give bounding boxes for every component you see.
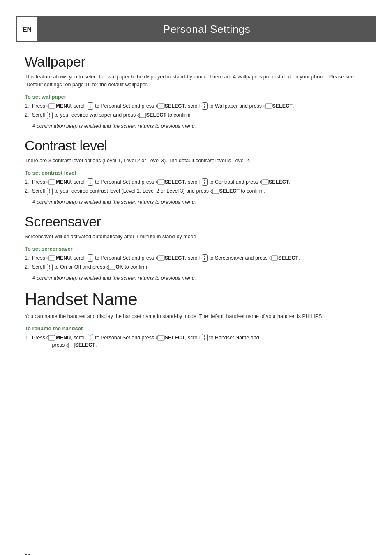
screensaver-steps: 1. Press MENU, scroll to Personal Set an…	[25, 254, 367, 272]
select-button-icon-1	[156, 103, 165, 109]
language-badge: EN	[16, 16, 38, 42]
contrast-subsection: To set contrast level	[25, 170, 367, 176]
section-handset-title: Handset Name	[25, 290, 367, 309]
select-icon-c1	[156, 179, 165, 185]
wallpaper-desc: This feature allows you to select the wa…	[25, 73, 367, 89]
svg-rect-0	[48, 104, 55, 108]
wallpaper-step-1: 1. Press MENU, scroll to Personal Set an…	[25, 102, 367, 110]
contrast-desc: There are 3 contrast level options (Leve…	[25, 157, 367, 165]
svg-rect-10	[271, 256, 278, 260]
svg-rect-6	[262, 180, 268, 184]
select-button-icon-2	[263, 103, 272, 109]
section-screensaver-title: Screensaver	[25, 214, 367, 230]
contrast-steps: 1. Press MENU, scroll to Personal Set an…	[25, 178, 367, 196]
wallpaper-steps: 1. Press MENU, scroll to Personal Set an…	[25, 102, 367, 120]
page: EN Personal Settings Wallpaper This feat…	[0, 16, 392, 555]
handset-step-1: 1. Press MENU, scroll to Personal Set an…	[25, 334, 367, 350]
svg-rect-4	[48, 180, 55, 184]
svg-rect-14	[68, 343, 75, 348]
main-content: Wallpaper This feature allows you to sel…	[0, 42, 392, 369]
svg-rect-12	[48, 335, 55, 340]
handset-subsection: To rename the handset	[25, 325, 367, 332]
scroll-icon-2	[202, 102, 208, 110]
svg-rect-1	[158, 104, 164, 108]
select-icon-s1	[156, 255, 165, 261]
svg-rect-8	[48, 256, 55, 260]
svg-rect-2	[265, 104, 272, 108]
svg-rect-9	[158, 256, 164, 260]
scroll-icon-c1	[88, 178, 93, 186]
select-icon-c3	[210, 189, 219, 194]
contrast-step-2: 2. Scroll to your desired contrast level…	[25, 187, 367, 195]
svg-rect-5	[158, 180, 164, 184]
wallpaper-subsection: To set wallpaper	[25, 94, 367, 100]
scroll-icon-s3	[47, 264, 53, 271]
svg-rect-13	[158, 335, 164, 340]
select-icon-s2	[269, 255, 278, 261]
handset-steps: 1. Press MENU, scroll to Personal Set an…	[25, 334, 367, 350]
contrast-step-1: 1. Press MENU, scroll to Personal Set an…	[25, 178, 367, 186]
contrast-continuation: A confirmation beep is emitted and the s…	[32, 198, 367, 206]
scroll-icon-h2	[202, 334, 208, 341]
wallpaper-continuation: A confirmation beep is emitted and the s…	[32, 122, 367, 130]
svg-rect-3	[139, 113, 146, 118]
scroll-icon-3	[47, 112, 53, 119]
select-icon-h2	[66, 343, 75, 348]
ok-icon-s	[106, 265, 115, 270]
page-header: EN Personal Settings	[16, 16, 376, 42]
menu-button-icon	[46, 103, 55, 109]
scroll-icon-1	[88, 102, 93, 110]
menu-icon-h	[46, 335, 55, 341]
screensaver-step-1: 1. Press MENU, scroll to Personal Set an…	[25, 254, 367, 262]
page-number: 36	[25, 553, 30, 555]
scroll-icon-s1	[88, 254, 93, 262]
menu-icon-s	[46, 255, 55, 261]
select-icon-c2	[260, 179, 269, 185]
scroll-icon-s2	[202, 254, 208, 262]
handset-desc: You can name the handset and display the…	[25, 313, 367, 320]
scroll-icon-c2	[202, 178, 208, 186]
page-title: Personal Settings	[38, 16, 376, 42]
select-icon-h1	[156, 335, 165, 341]
screensaver-step-2: 2. Scroll to On or Off and press OK to c…	[25, 263, 367, 271]
menu-button-icon-c	[46, 179, 55, 185]
section-wallpaper-title: Wallpaper	[25, 54, 367, 70]
screensaver-continuation: A confirmation beep is emitted and the s…	[32, 274, 367, 282]
wallpaper-step-2: 2. Scroll to your desired wallpaper and …	[25, 111, 367, 119]
section-contrast-title: Contrast level	[25, 138, 367, 154]
svg-rect-7	[212, 189, 219, 194]
svg-rect-11	[108, 265, 115, 270]
scroll-icon-c3	[47, 188, 53, 195]
scroll-icon-h1	[88, 334, 93, 341]
screensaver-subsection: To set screensaver	[25, 246, 367, 252]
select-button-icon-3	[137, 113, 146, 118]
screensaver-desc: Screensaver will be activated automatica…	[25, 233, 367, 241]
